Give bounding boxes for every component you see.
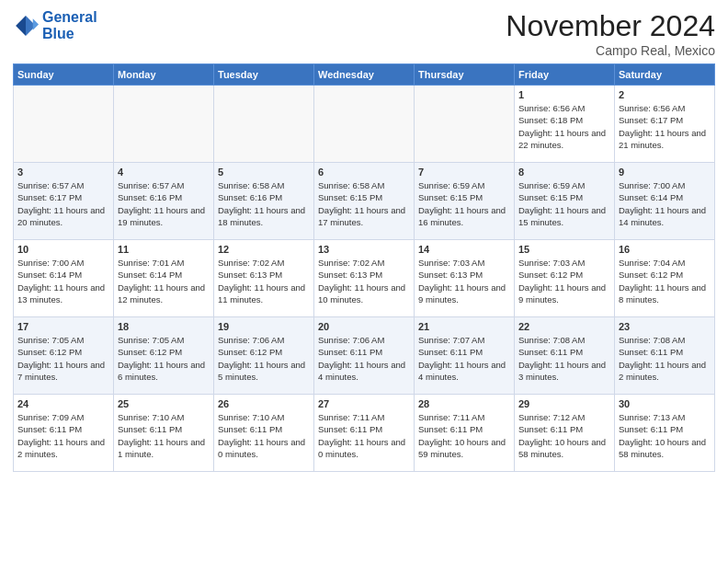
header-saturday: Saturday — [615, 64, 715, 86]
calendar-cell: 16Sunrise: 7:04 AM Sunset: 6:12 PM Dayli… — [615, 240, 715, 317]
day-info: Sunrise: 6:58 AM Sunset: 6:15 PM Dayligh… — [318, 179, 410, 228]
calendar-cell — [14, 86, 114, 163]
calendar-cell: 28Sunrise: 7:11 AM Sunset: 6:11 PM Dayli… — [415, 395, 515, 472]
calendar-cell: 3Sunrise: 6:57 AM Sunset: 6:17 PM Daylig… — [14, 163, 114, 240]
day-info: Sunrise: 7:13 AM Sunset: 6:11 PM Dayligh… — [619, 411, 711, 460]
svg-marker-1 — [16, 16, 26, 36]
calendar-cell: 27Sunrise: 7:11 AM Sunset: 6:11 PM Dayli… — [314, 395, 415, 472]
day-number: 24 — [17, 398, 109, 409]
day-number: 11 — [118, 244, 210, 255]
day-number: 19 — [218, 321, 310, 332]
day-info: Sunrise: 7:05 AM Sunset: 6:12 PM Dayligh… — [17, 334, 109, 383]
day-info: Sunrise: 6:57 AM Sunset: 6:16 PM Dayligh… — [118, 179, 210, 228]
day-info: Sunrise: 7:08 AM Sunset: 6:11 PM Dayligh… — [619, 334, 711, 383]
page: General Blue November 2024 Campo Real, M… — [0, 0, 728, 481]
calendar-cell: 4Sunrise: 6:57 AM Sunset: 6:16 PM Daylig… — [114, 163, 214, 240]
header-row: SundayMondayTuesdayWednesdayThursdayFrid… — [14, 64, 715, 86]
week-row-3: 17Sunrise: 7:05 AM Sunset: 6:12 PM Dayli… — [14, 317, 715, 395]
calendar-cell — [415, 86, 515, 163]
day-number: 7 — [418, 167, 510, 178]
day-number: 16 — [619, 244, 711, 255]
day-number: 22 — [518, 321, 610, 332]
day-number: 14 — [418, 244, 510, 255]
day-info: Sunrise: 7:11 AM Sunset: 6:11 PM Dayligh… — [418, 411, 510, 460]
calendar-cell: 9Sunrise: 7:00 AM Sunset: 6:14 PM Daylig… — [615, 163, 715, 240]
day-info: Sunrise: 7:02 AM Sunset: 6:13 PM Dayligh… — [218, 257, 310, 305]
day-info: Sunrise: 6:56 AM Sunset: 6:18 PM Dayligh… — [518, 102, 610, 151]
day-number: 21 — [418, 321, 510, 332]
day-info: Sunrise: 7:00 AM Sunset: 6:14 PM Dayligh… — [17, 257, 109, 305]
day-number: 6 — [318, 167, 410, 178]
day-number: 25 — [118, 398, 210, 409]
calendar-cell — [314, 86, 415, 163]
logo-line1: General — [42, 9, 97, 26]
week-row-0: 1Sunrise: 6:56 AM Sunset: 6:18 PM Daylig… — [14, 86, 715, 163]
day-number: 5 — [218, 167, 310, 178]
header: General Blue November 2024 Campo Real, M… — [13, 9, 715, 58]
day-number: 23 — [619, 321, 711, 332]
day-info: Sunrise: 7:01 AM Sunset: 6:14 PM Dayligh… — [118, 257, 210, 305]
calendar-cell: 15Sunrise: 7:03 AM Sunset: 6:12 PM Dayli… — [515, 240, 615, 317]
day-number: 15 — [518, 244, 610, 255]
calendar-cell: 22Sunrise: 7:08 AM Sunset: 6:11 PM Dayli… — [515, 317, 615, 395]
calendar-cell: 21Sunrise: 7:07 AM Sunset: 6:11 PM Dayli… — [415, 317, 515, 395]
day-number: 28 — [418, 398, 510, 409]
header-monday: Monday — [114, 64, 214, 86]
main-title: November 2024 — [506, 9, 715, 43]
day-number: 20 — [318, 321, 410, 332]
logo-icon — [13, 13, 39, 39]
day-info: Sunrise: 6:59 AM Sunset: 6:15 PM Dayligh… — [418, 179, 510, 228]
calendar-cell: 12Sunrise: 7:02 AM Sunset: 6:13 PM Dayli… — [214, 240, 314, 317]
header-thursday: Thursday — [415, 64, 515, 86]
calendar-cell: 6Sunrise: 6:58 AM Sunset: 6:15 PM Daylig… — [314, 163, 415, 240]
calendar-cell: 8Sunrise: 6:59 AM Sunset: 6:15 PM Daylig… — [515, 163, 615, 240]
day-info: Sunrise: 7:05 AM Sunset: 6:12 PM Dayligh… — [118, 334, 210, 383]
day-number: 12 — [218, 244, 310, 255]
day-info: Sunrise: 7:07 AM Sunset: 6:11 PM Dayligh… — [418, 334, 510, 383]
calendar-cell: 19Sunrise: 7:06 AM Sunset: 6:12 PM Dayli… — [214, 317, 314, 395]
day-number: 18 — [118, 321, 210, 332]
day-info: Sunrise: 7:10 AM Sunset: 6:11 PM Dayligh… — [118, 411, 210, 460]
calendar-cell: 2Sunrise: 6:56 AM Sunset: 6:17 PM Daylig… — [615, 86, 715, 163]
calendar-cell: 23Sunrise: 7:08 AM Sunset: 6:11 PM Dayli… — [615, 317, 715, 395]
header-tuesday: Tuesday — [214, 64, 314, 86]
day-number: 26 — [218, 398, 310, 409]
day-info: Sunrise: 7:03 AM Sunset: 6:13 PM Dayligh… — [418, 257, 510, 305]
day-info: Sunrise: 7:11 AM Sunset: 6:11 PM Dayligh… — [318, 411, 410, 460]
calendar-cell: 18Sunrise: 7:05 AM Sunset: 6:12 PM Dayli… — [114, 317, 214, 395]
calendar-cell: 1Sunrise: 6:56 AM Sunset: 6:18 PM Daylig… — [515, 86, 615, 163]
day-number: 30 — [619, 398, 711, 409]
day-number: 17 — [17, 321, 109, 332]
calendar-cell: 17Sunrise: 7:05 AM Sunset: 6:12 PM Dayli… — [14, 317, 114, 395]
day-info: Sunrise: 6:57 AM Sunset: 6:17 PM Dayligh… — [17, 179, 109, 228]
calendar-cell: 10Sunrise: 7:00 AM Sunset: 6:14 PM Dayli… — [14, 240, 114, 317]
calendar-cell: 13Sunrise: 7:02 AM Sunset: 6:13 PM Dayli… — [314, 240, 415, 317]
day-info: Sunrise: 6:58 AM Sunset: 6:16 PM Dayligh… — [218, 179, 310, 228]
week-row-2: 10Sunrise: 7:00 AM Sunset: 6:14 PM Dayli… — [14, 240, 715, 317]
day-info: Sunrise: 7:04 AM Sunset: 6:12 PM Dayligh… — [619, 257, 711, 305]
day-number: 4 — [118, 167, 210, 178]
day-number: 10 — [17, 244, 109, 255]
day-info: Sunrise: 7:10 AM Sunset: 6:11 PM Dayligh… — [218, 411, 310, 460]
calendar-cell: 14Sunrise: 7:03 AM Sunset: 6:13 PM Dayli… — [415, 240, 515, 317]
logo: General Blue — [13, 9, 97, 41]
header-friday: Friday — [515, 64, 615, 86]
day-info: Sunrise: 6:59 AM Sunset: 6:15 PM Dayligh… — [518, 179, 610, 228]
day-number: 3 — [17, 167, 109, 178]
header-wednesday: Wednesday — [314, 64, 415, 86]
logo-line2: Blue — [42, 26, 97, 42]
day-number: 13 — [318, 244, 410, 255]
day-info: Sunrise: 7:12 AM Sunset: 6:11 PM Dayligh… — [518, 411, 610, 460]
calendar-cell: 5Sunrise: 6:58 AM Sunset: 6:16 PM Daylig… — [214, 163, 314, 240]
calendar-cell: 7Sunrise: 6:59 AM Sunset: 6:15 PM Daylig… — [415, 163, 515, 240]
day-info: Sunrise: 7:06 AM Sunset: 6:11 PM Dayligh… — [318, 334, 410, 383]
day-number: 27 — [318, 398, 410, 409]
title-area: November 2024 Campo Real, Mexico — [506, 9, 715, 58]
logo-text: General Blue — [42, 9, 97, 41]
calendar-cell — [214, 86, 314, 163]
week-row-4: 24Sunrise: 7:09 AM Sunset: 6:11 PM Dayli… — [14, 395, 715, 472]
calendar-table: SundayMondayTuesdayWednesdayThursdayFrid… — [13, 63, 715, 472]
calendar-cell: 29Sunrise: 7:12 AM Sunset: 6:11 PM Dayli… — [515, 395, 615, 472]
day-number: 29 — [518, 398, 610, 409]
day-info: Sunrise: 6:56 AM Sunset: 6:17 PM Dayligh… — [619, 102, 711, 151]
